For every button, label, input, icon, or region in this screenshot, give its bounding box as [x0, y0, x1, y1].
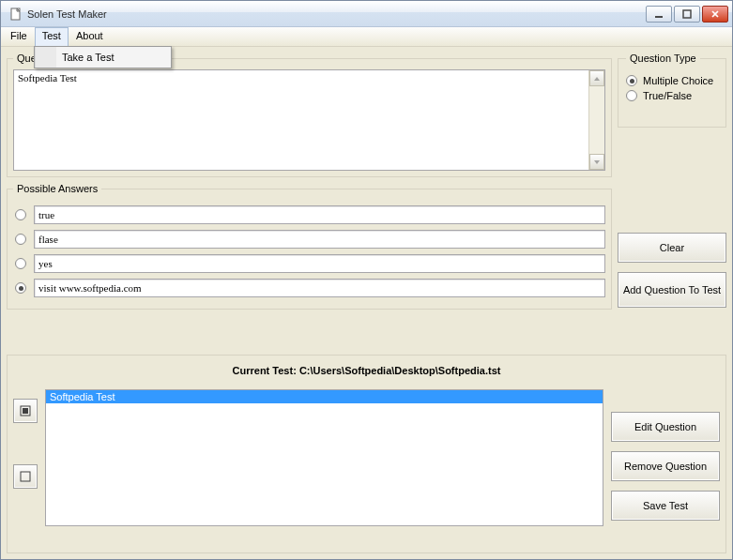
svg-rect-1 [655, 16, 663, 18]
question-scrollbar[interactable] [588, 70, 604, 170]
answer-radio-1[interactable] [15, 209, 26, 220]
clear-button[interactable]: Clear [618, 233, 726, 263]
menu-file[interactable]: File [3, 27, 35, 46]
window-controls [644, 6, 728, 23]
add-question-button[interactable]: Add Question To Test [618, 272, 726, 308]
menu-test[interactable]: Test [35, 27, 69, 46]
scroll-down-button[interactable] [589, 154, 604, 170]
minimize-button[interactable] [646, 6, 672, 23]
menu-dropdown: Take a Test [34, 46, 172, 68]
menu-take-a-test[interactable]: Take a Test [35, 47, 171, 68]
answer-input-1[interactable] [34, 205, 605, 224]
answer-row-1 [13, 205, 605, 224]
current-test-label: Current Test: C:\Users\Softpedia\Desktop… [13, 365, 720, 376]
answer-input-4[interactable] [34, 279, 605, 297]
radio-icon [626, 75, 637, 86]
app-window: Solen Test Maker File Test About Take a … [0, 0, 733, 560]
option-multiple-choice[interactable]: Multiple Choice [626, 75, 718, 86]
answer-input-2[interactable] [34, 230, 605, 249]
answer-radio-4[interactable] [15, 282, 26, 294]
scroll-up-button[interactable] [589, 70, 604, 86]
select-all-button[interactable] [13, 399, 38, 423]
option-label: True/False [643, 90, 692, 101]
save-test-button[interactable]: Save Test [611, 491, 720, 521]
answer-radio-3[interactable] [15, 258, 26, 269]
question-type-legend: Question Type [626, 53, 700, 64]
list-item[interactable]: Softpedia Test [46, 390, 603, 403]
answers-group: Possible Answers [7, 183, 612, 310]
answer-row-4 [13, 279, 605, 297]
edit-question-button[interactable]: Edit Question [611, 412, 720, 442]
option-true-false[interactable]: True/False [626, 90, 718, 101]
menu-about[interactable]: About [69, 27, 111, 46]
menubar: File Test About Take a Test [1, 27, 732, 47]
svg-rect-4 [23, 408, 28, 414]
svg-rect-2 [683, 10, 691, 18]
answer-input-3[interactable] [34, 254, 605, 273]
radio-icon [626, 90, 637, 101]
mid-side-buttons: Clear Add Question To Test [618, 233, 726, 308]
deselect-all-button[interactable] [13, 464, 38, 489]
svg-rect-5 [21, 472, 30, 481]
question-group: Question [7, 53, 612, 177]
answer-row-2 [13, 230, 605, 249]
question-textarea-wrap [13, 69, 605, 171]
remove-question-button[interactable]: Remove Question [611, 451, 720, 481]
answer-row-3 [13, 254, 605, 273]
question-type-group: Question Type Multiple Choice True/False [618, 53, 726, 177]
maximize-button[interactable] [674, 6, 700, 23]
titlebar: Solen Test Maker [1, 1, 732, 27]
client-area: Question Question Type [1, 47, 732, 559]
questions-listbox[interactable]: Softpedia Test [45, 389, 603, 526]
document-icon [8, 7, 23, 22]
answer-radio-2[interactable] [15, 234, 26, 245]
current-test-group: Current Test: C:\Users\Softpedia\Desktop… [7, 355, 726, 553]
answers-legend: Possible Answers [13, 183, 101, 194]
close-button[interactable] [702, 6, 728, 23]
option-label: Multiple Choice [643, 75, 713, 86]
question-textarea[interactable] [14, 70, 588, 170]
bottom-side-buttons: Edit Question Remove Question Save Test [611, 412, 720, 521]
window-title: Solen Test Maker [27, 8, 644, 20]
reorder-buttons [13, 399, 38, 489]
